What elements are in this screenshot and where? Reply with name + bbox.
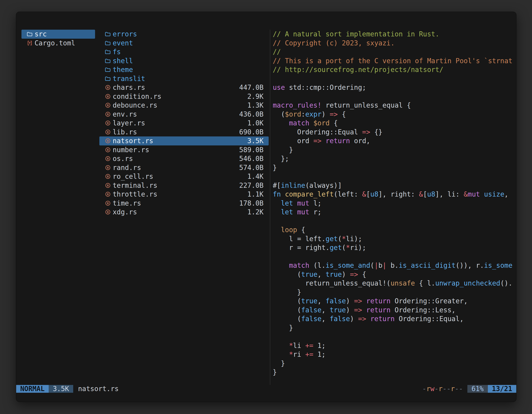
code-line [273, 92, 515, 101]
entry-size: 1.3K [247, 101, 269, 110]
code-line: let mut r; [273, 208, 515, 217]
svg-text:R: R [107, 175, 109, 178]
folder-icon [26, 31, 33, 37]
file-row[interactable]: Rlayer.rs1.0K [99, 119, 269, 128]
entry-name: condition.rs [113, 92, 161, 101]
code-line [273, 74, 515, 83]
directory-row[interactable]: src [21, 30, 95, 39]
entry-name: natsort.rs [113, 136, 153, 145]
preview-pane: // A natural sort implementation in Rust… [273, 30, 515, 383]
rust-file-icon: R [104, 191, 111, 197]
file-row[interactable]: Rrand.rs574.0B [99, 163, 269, 172]
rust-file-icon: R [104, 102, 111, 108]
directory-row[interactable]: theme [99, 65, 269, 74]
svg-text:R: R [107, 86, 109, 89]
directory-row[interactable]: translit [99, 74, 269, 83]
entry-name: translit [113, 74, 145, 83]
parent-directory-pane: srcCargo.toml [21, 30, 95, 48]
code-line: *li += 1; [273, 341, 515, 350]
code-line: macro_rules! return_unless_equal { [273, 101, 515, 110]
rust-file-icon: R [104, 111, 111, 117]
entry-size: 447.0B [239, 83, 269, 92]
code-line: *ri += 1; [273, 350, 515, 359]
entry-name: number.rs [113, 145, 149, 154]
code-line: (false, false) => return Ordering::Equal… [273, 314, 515, 323]
rust-file-icon: R [104, 173, 111, 179]
folder-icon [104, 40, 111, 46]
file-row[interactable]: Rtime.rs178.0B [99, 199, 269, 208]
entry-name: ro_cell.rs [113, 172, 153, 181]
directory-row[interactable]: errors [99, 30, 269, 39]
svg-text:R: R [107, 193, 109, 196]
entry-name: shell [113, 57, 133, 66]
svg-text:R: R [107, 95, 109, 98]
entry-name: terminal.rs [113, 181, 157, 190]
code-line: (false, true) => return Ordering::Less, [273, 306, 515, 315]
file-row[interactable]: Renv.rs436.0B [99, 110, 269, 119]
file-row[interactable]: Rchars.rs447.0B [99, 83, 269, 92]
svg-text:R: R [107, 139, 109, 143]
file-row[interactable]: Rro_cell.rs1.4K [99, 172, 269, 181]
code-line: (true, true) => { [273, 270, 515, 279]
file-row[interactable]: Rlib.rs690.0B [99, 128, 269, 137]
entry-size: 2.9K [247, 92, 269, 101]
code-line: // http://sourcefrog.net/projects/natsor… [273, 65, 515, 74]
entry-name: Cargo.toml [35, 39, 75, 48]
scroll-percentage: 61% [467, 385, 488, 393]
entry-name: env.rs [113, 110, 137, 119]
file-row[interactable]: Rterminal.rs227.0B [99, 181, 269, 190]
rust-file-icon: R [104, 120, 111, 126]
code-line: use std::cmp::Ordering; [273, 83, 515, 92]
entry-name: xdg.rs [113, 208, 137, 217]
toml-file-icon [26, 40, 33, 46]
rust-file-icon: R [104, 85, 111, 90]
code-line: // This is a port of the C version of Ma… [273, 57, 515, 66]
folder-icon [104, 31, 111, 37]
entry-size: 1.2K [247, 208, 269, 217]
rust-file-icon: R [104, 94, 111, 99]
code-line: r = right.get(*ri); [273, 243, 515, 252]
status-spacer [119, 385, 422, 393]
file-row[interactable]: Rthrottle.rs1.1K [99, 190, 269, 199]
code-line: match $ord { [273, 119, 515, 128]
folder-icon [104, 76, 111, 81]
code-line [273, 172, 515, 181]
cursor-position: 13/21 [488, 385, 516, 393]
folder-icon [104, 58, 111, 64]
entry-name: theme [113, 65, 133, 74]
svg-text:R: R [107, 113, 109, 116]
file-row[interactable]: Rcondition.rs2.9K [99, 92, 269, 101]
code-line: } [273, 288, 515, 297]
status-bar: NORMAL 3.5K natsort.rs -rw-r--r-- 61% 13… [16, 385, 516, 393]
entry-name: time.rs [113, 199, 141, 208]
code-line: } [273, 163, 515, 172]
entry-size: 690.0B [239, 128, 269, 137]
entry-name: event [113, 39, 133, 48]
rust-file-icon: R [104, 183, 111, 188]
svg-text:R: R [107, 211, 109, 214]
file-row[interactable]: Rxdg.rs1.2K [99, 208, 269, 217]
rust-file-icon: R [104, 165, 111, 171]
directory-row[interactable]: fs [99, 48, 269, 57]
svg-text:R: R [107, 131, 109, 134]
directory-row[interactable]: event [99, 39, 269, 48]
directory-row[interactable]: shell [99, 57, 269, 66]
code-line: } [273, 368, 515, 377]
entry-size: 1.0K [247, 119, 269, 128]
code-line: ord => return ord, [273, 136, 515, 145]
code-line: return_unless_equal!(unsafe { l.unwrap_u… [273, 279, 515, 288]
file-row[interactable]: Rnumber.rs589.0B [99, 145, 269, 154]
code-line: (true, false) => return Ordering::Greate… [273, 297, 515, 306]
code-line: match (l.is_some_and(|b| b.is_ascii_digi… [273, 261, 515, 270]
entry-name: rand.rs [113, 163, 141, 172]
entry-size: 227.0B [239, 181, 269, 190]
file-row[interactable]: Rnatsort.rs3.5K [99, 136, 269, 145]
entry-size: 178.0B [239, 199, 269, 208]
file-row[interactable]: Ros.rs546.0B [99, 154, 269, 163]
entry-size: 589.0B [239, 145, 269, 154]
code-line: // [273, 48, 515, 57]
file-row[interactable]: Cargo.toml [21, 39, 95, 48]
svg-text:R: R [107, 166, 109, 169]
entry-name: throttle.rs [113, 190, 157, 199]
file-row[interactable]: Rdebounce.rs1.3K [99, 101, 269, 110]
